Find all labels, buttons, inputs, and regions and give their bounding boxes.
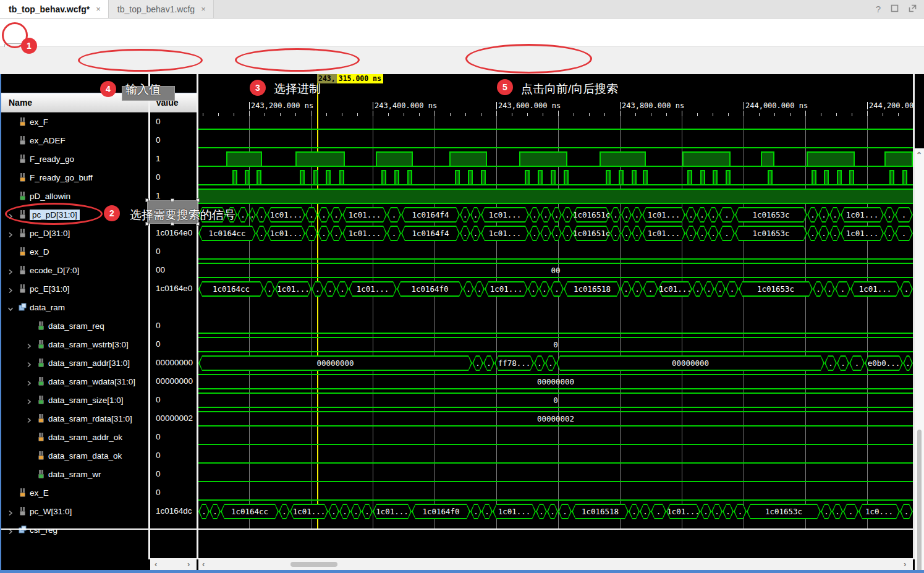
signal-name[interactable]: data_sram_size[1:0] [48,396,124,405]
logic-low-line [198,147,913,148]
vertical-scrollbar[interactable]: ⌃⌄ [915,148,924,573]
expand-arrow-icon[interactable] [7,212,14,221]
scroll-arrow-icon[interactable]: ⌃ [916,151,922,159]
signal-row-data-ram[interactable]: data_ram [1,298,148,316]
signal-name[interactable]: data_sram_wstrb[3:0] [48,340,129,349]
resize-handle[interactable] [171,198,174,202]
signal-name[interactable]: pD_allowin [30,192,70,201]
logic-low-line [198,258,913,260]
signal-row-data-sram-rdata-31-0-[interactable]: data_sram_rdata[31:0] [1,409,148,428]
bus-segment: 1c01653c [739,281,813,297]
signal-name[interactable]: pc_W[31:0] [30,507,72,516]
signal-row-data-sram-req[interactable]: data_sram_req [1,316,148,335]
tab-close-icon[interactable]: × [96,4,101,14]
signal-name[interactable]: ex_D [30,247,49,257]
signal-row-ex-F[interactable]: ex_F [1,112,148,131]
expand-arrow-icon[interactable] [26,342,32,351]
resize-handle[interactable] [196,198,200,202]
signal-icon [37,396,45,404]
signal-row-ecode-D-7-0-[interactable]: ecode_D[7:0] [1,261,148,279]
signal-name[interactable]: data_sram_wr [48,470,101,479]
signal-name[interactable]: data_sram_rdata[31:0] [48,414,132,423]
tab-tb-top-behav1-wcfg[interactable]: tb_top_behav1.wcfg× [109,0,214,18]
signal-name[interactable]: pc_E[31:0] [30,284,70,294]
bus-segment: . [843,504,858,519]
resize-handle[interactable] [196,222,200,226]
signal-row-ex-E[interactable]: ex_E [1,483,148,502]
scroll-arrow-icon[interactable]: ‹ [202,559,205,569]
expand-arrow-icon[interactable] [26,360,32,370]
vscroll-thumb[interactable] [917,430,922,573]
signal-name[interactable]: F_ready_go_buff [30,173,93,182]
signal-name[interactable]: data_sram_addr_ok [48,433,122,442]
signal-name[interactable]: ex_F [30,117,48,127]
resize-handle[interactable] [145,198,149,202]
expand-arrow-icon[interactable] [26,379,32,388]
expand-arrow-icon[interactable] [7,286,14,295]
signal-name[interactable]: data_sram_req [48,321,104,331]
help-icon[interactable]: ? [876,4,881,14]
scroll-arrow-icon[interactable]: › [904,559,906,569]
step-badge-3: 3 [250,80,266,96]
signal-name[interactable]: ex_E [30,488,49,498]
scroll-arrow-icon[interactable]: › [187,559,190,569]
expand-arrow-icon[interactable] [7,268,14,277]
signal-row-data-sram-data-ok[interactable]: data_sram_data_ok [1,446,148,465]
signal-name[interactable]: data_sram_wdata[31:0] [48,377,135,386]
maximize-icon[interactable] [891,4,899,15]
signal-name[interactable]: data_sram_data_ok [48,451,122,461]
signal-name[interactable]: data_sram_addr[31:0] [48,359,130,368]
signal-row-data-sram-size-1-0-[interactable]: data_sram_size[1:0] [1,391,148,409]
signal-row-ex-ADEF[interactable]: ex_ADEF [1,131,148,150]
float-icon[interactable] [909,4,917,15]
signal-row-data-sram-wstrb-3-0-[interactable]: data_sram_wstrb[3:0] [1,335,148,354]
signal-row-csr-reg[interactable]: csr_reg [1,520,148,539]
signal-name[interactable]: ex_ADEF [30,136,66,145]
signal-row-pc-E-31-0-[interactable]: pc_E[31:0] [1,279,148,298]
resize-handle[interactable] [171,222,174,226]
expand-collapsearrow-icon[interactable] [7,305,14,314]
signal-name[interactable]: csr_reg [30,525,57,535]
time-ruler-label: 244,000.000 ns [745,101,808,110]
segment-value: . [551,226,562,241]
bus-segment: . [474,281,485,297]
resize-handle[interactable] [145,222,149,226]
signal-row-F-ready-go-buff[interactable]: F_ready_go_buff [1,168,148,187]
signal-row-pD-allowin[interactable]: pD_allowin [1,187,148,205]
signal-name[interactable]: F_ready_go [30,155,74,164]
bus-segment: . [362,504,373,519]
segment-value: 1c01... [493,504,536,519]
signal-row-data-sram-addr-31-0-[interactable]: data_sram_addr[31:0] [1,354,148,372]
bus-segment: . [629,504,640,519]
signal-name[interactable]: pc_pD[31:0] [30,210,80,220]
signal-name[interactable]: pc_D[31:0] [30,229,70,238]
segment-value: . [547,504,558,519]
signal-name[interactable]: ecode_D[7:0] [30,266,79,275]
signal-name[interactable]: data_ram [30,303,65,312]
waveform-canvas[interactable]: 243,315.000 ns 243,200.000 ns243,400.000… [198,74,913,570]
scroll-arrow-icon[interactable]: ‹ [155,559,157,569]
signal-row-F-ready-go[interactable]: F_ready_go [1,150,148,168]
expand-arrow-icon[interactable] [7,509,14,518]
signal-row-data-sram-wdata-31-0-[interactable]: data_sram_wdata[31:0] [1,372,148,391]
signal-row-pc-pD-31-0-[interactable]: pc_pD[31:0] [1,205,148,224]
signal-icon [19,155,27,163]
logic-pulse [295,151,345,167]
hscroll-thumb[interactable] [290,562,337,567]
tab-tb-top-behav-wcfg-[interactable]: tb_top_behav.wcfg*× [0,0,109,18]
segment-value: . [528,281,539,297]
signal-row-data-sram-addr-ok[interactable]: data_sram_addr_ok [1,428,148,446]
tab-close-icon[interactable]: × [201,4,206,14]
signal-value: 00000000 [156,376,193,386]
time-ruler-label: 243,400.000 ns [375,101,437,110]
expand-arrow-icon[interactable] [26,416,32,425]
logic-low-line [198,462,913,464]
signal-row-data-sram-wr[interactable]: data_sram_wr [1,465,148,483]
signal-row-pc-W-31-0-[interactable]: pc_W[31:0] [1,502,148,520]
signal-row-ex-D[interactable]: ex_D [1,242,148,261]
signal-row-pc-D-31-0-[interactable]: pc_D[31:0] [1,224,148,242]
expand-arrow-icon[interactable] [26,397,32,407]
expand-arrow-icon[interactable] [7,231,14,240]
signal-value: 0 [156,339,161,349]
signal-value: 0 [156,321,161,330]
